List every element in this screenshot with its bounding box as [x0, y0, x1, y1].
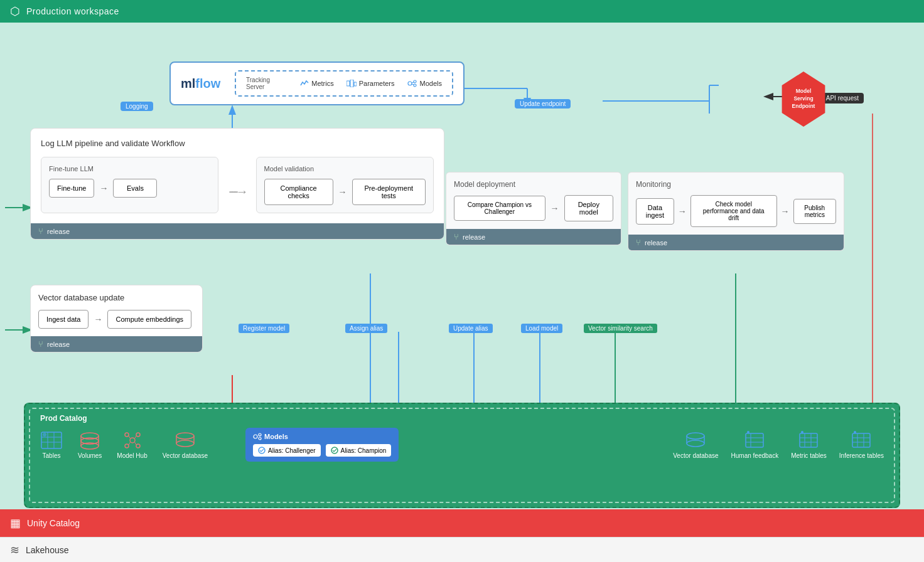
- challenger-icon: [258, 447, 266, 454]
- workflow-release-label: release: [47, 228, 70, 235]
- workflow-title: Log LLM pipeline and validate Workflow: [41, 139, 434, 148]
- workflow-release-bar: ⑂ release: [31, 223, 444, 239]
- mon-arrow1: →: [678, 206, 687, 216]
- deployment-section: Model deployment Compare Champion vs Cha…: [446, 172, 621, 245]
- catalog-item-vectordb: Vector database: [163, 431, 208, 459]
- prod-catalog-title: Prod Catalog: [40, 414, 884, 423]
- vector-similarity-tag: Vector similarity search: [584, 324, 657, 332]
- metric-tables-icon: [798, 431, 819, 450]
- validation-title: Model validation: [264, 165, 426, 172]
- mlflow-logo: mlflow: [181, 77, 225, 91]
- tables-icon: [40, 431, 63, 450]
- vector-release-label: release: [47, 341, 70, 348]
- svg-point-48: [136, 433, 140, 437]
- validation-panel: Model validation Compliance checks → Pre…: [256, 157, 434, 213]
- compute-embed-box: Compute embeddings: [107, 310, 191, 329]
- workspace-icon: ⬡: [10, 4, 20, 18]
- deployment-body: Model deployment Compare Champion vs Cha…: [446, 172, 621, 229]
- vectordb-left-label: Vector database: [163, 452, 208, 459]
- prod-catalog-container: Prod Catalog Tables: [24, 403, 900, 508]
- pre-deploy-box: Pre-deployment tests: [352, 179, 426, 205]
- svg-point-59: [254, 435, 257, 438]
- monitoring-body: Monitoring Data ingest → Check model per…: [628, 172, 844, 235]
- ingest-data-box: Ingest data: [38, 310, 89, 329]
- workflow-section: Log LLM pipeline and validate Workflow F…: [30, 128, 444, 240]
- modelhub-label: Model Hub: [117, 452, 147, 459]
- svg-rect-79: [852, 433, 870, 447]
- deploy-arrow: →: [551, 203, 559, 213]
- svg-line-34: [412, 84, 414, 85]
- svg-point-64: [687, 433, 704, 439]
- svg-point-31: [414, 80, 416, 83]
- models-title: Models: [253, 433, 391, 440]
- catalog-left-items: Tables Volumes: [40, 431, 208, 459]
- svg-point-61: [259, 437, 261, 440]
- mlflow-parameters: Parameters: [346, 80, 395, 87]
- main-content: mlflow Tracking Server Metrics Parameter…: [0, 23, 924, 509]
- deploy-model-box: Deploy model: [564, 195, 613, 221]
- model-hub-icon: [122, 431, 142, 450]
- deployment-content: Compare Champion vs Challenger → Deploy …: [454, 195, 613, 221]
- svg-point-40: [43, 433, 46, 437]
- vector-release-bar: ⑂ release: [31, 336, 202, 352]
- deploy-release-icon: ⑂: [454, 232, 459, 241]
- catalog-item-tables: Tables: [40, 431, 63, 459]
- publish-metrics-box: Publish metrics: [793, 199, 836, 224]
- vector-section: Vector database update Ingest data → Com…: [30, 285, 203, 353]
- svg-rect-27: [346, 81, 350, 86]
- human-feedback-icon: [744, 431, 765, 450]
- svg-line-54: [134, 442, 136, 445]
- catalog-item-volumes: Volumes: [78, 431, 102, 459]
- vector-body: Vector database update Ingest data → Com…: [31, 285, 202, 336]
- inference-tables-label: Inference tables: [839, 452, 884, 459]
- mlflow-models: Models: [407, 79, 442, 88]
- champion-icon: [331, 447, 338, 454]
- assign-alias-tag: Assign alias: [345, 324, 387, 332]
- vector-db-right-icon: [685, 431, 706, 450]
- monitoring-content: Data ingest → Check model performance an…: [636, 195, 836, 227]
- catalog-item-vectordb-right: Vector database: [673, 431, 718, 459]
- svg-point-46: [130, 438, 135, 443]
- models-box-icon: [253, 433, 262, 440]
- monitoring-release-label: release: [645, 239, 667, 247]
- workflow-body: Log LLM pipeline and validate Workflow F…: [31, 129, 444, 223]
- metric-tables-label: Metric tables: [791, 452, 827, 459]
- workflow-release-icon: ⑂: [38, 226, 43, 236]
- alias-challenger: Alias: Challenger: [253, 444, 321, 457]
- metrics-icon: [300, 79, 309, 88]
- mon-arrow2: →: [781, 206, 790, 216]
- mlflow-tracking: Tracking Server Metrics Parameters Model…: [235, 70, 453, 97]
- deployment-release-label: release: [463, 233, 485, 241]
- vector-db-left-icon: [175, 431, 195, 450]
- data-ingest-box: Data ingest: [636, 198, 674, 225]
- svg-rect-68: [746, 433, 763, 447]
- update-alias-tag: Update alias: [449, 324, 493, 332]
- svg-point-84: [854, 431, 856, 433]
- mlflow-metrics: Metrics: [300, 79, 333, 88]
- mlflow-container: mlflow Tracking Server Metrics Parameter…: [169, 61, 465, 105]
- validation-content: Compliance checks → Pre-deployment tests: [264, 179, 426, 205]
- unity-catalog-icon: ▦: [10, 516, 21, 530]
- vector-title: Vector database update: [38, 293, 195, 302]
- volumes-icon: [80, 431, 100, 450]
- unity-catalog-title: Unity Catalog: [27, 518, 80, 528]
- svg-point-63: [331, 447, 338, 453]
- monitoring-title: Monitoring: [636, 180, 836, 189]
- vec-arrow: →: [94, 314, 102, 324]
- dashed-arrow-connector: - - -→: [228, 157, 245, 213]
- svg-point-72: [747, 431, 749, 433]
- human-feedback-label: Human feedback: [731, 452, 779, 459]
- vector-content: Ingest data → Compute embeddings: [38, 310, 195, 329]
- check-perf-box: Check model performance and data drift: [690, 195, 777, 227]
- svg-point-78: [801, 431, 803, 433]
- tables-label: Tables: [43, 452, 61, 459]
- unity-catalog-bar: ▦ Unity Catalog: [0, 509, 924, 537]
- fine-tune-box: Fine-tune: [49, 179, 94, 198]
- mlflow-box: mlflow Tracking Server Metrics Parameter…: [169, 61, 465, 105]
- svg-point-65: [687, 440, 704, 447]
- deployment-release-bar: ⑂ release: [446, 229, 621, 245]
- prod-catalog-inner: Prod Catalog Tables: [29, 408, 895, 503]
- top-bar: ⬡ Production workspace: [0, 0, 924, 23]
- fine-tune-title: Fine-tune LLM: [49, 165, 210, 172]
- catalog-item-human-feedback: Human feedback: [731, 431, 779, 459]
